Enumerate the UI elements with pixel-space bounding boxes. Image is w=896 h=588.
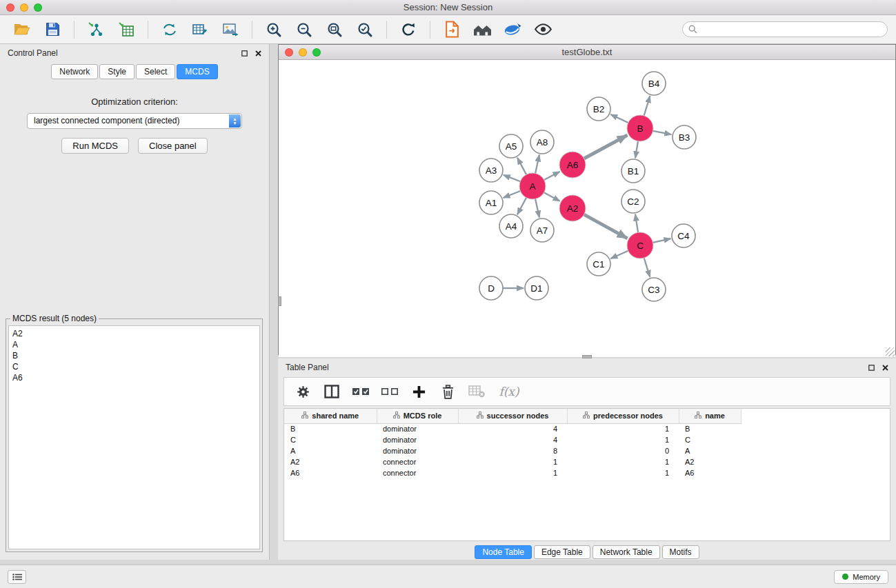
edge-A-A4[interactable]	[517, 198, 526, 214]
zoom-window-button[interactable]	[34, 3, 42, 12]
node-C[interactable]: C	[627, 232, 653, 258]
minimize-network-button[interactable]	[299, 48, 307, 57]
export-image-button[interactable]	[217, 18, 244, 41]
table-cell[interactable]: A6	[679, 467, 741, 478]
table-cell[interactable]: 1	[458, 456, 567, 467]
edge-A-A1[interactable]	[504, 191, 521, 198]
table-cell[interactable]: dominator	[377, 423, 458, 434]
edge-C-C2[interactable]	[635, 214, 638, 232]
minimize-window-button[interactable]	[20, 3, 28, 12]
zoom-in-button[interactable]	[260, 18, 288, 41]
edge-A2-C[interactable]	[584, 214, 628, 239]
table-cell[interactable]: B	[284, 423, 377, 434]
save-session-button[interactable]	[39, 18, 66, 41]
float-panel-icon[interactable]	[868, 365, 875, 371]
zoom-network-button[interactable]	[312, 48, 321, 57]
edge-C-C3[interactable]	[644, 258, 650, 277]
node-A6[interactable]: A6	[559, 152, 586, 178]
table-row[interactable]: Cdominator41C	[284, 434, 741, 445]
table-cell[interactable]: A	[284, 445, 377, 456]
edge-A-A6[interactable]	[544, 172, 560, 180]
import-network-button[interactable]	[82, 18, 110, 41]
node-C3[interactable]: C3	[642, 278, 666, 301]
show-columns-button[interactable]	[320, 381, 344, 403]
refresh-view-button[interactable]	[395, 18, 422, 41]
node-D1[interactable]: D1	[525, 276, 548, 300]
node-A8[interactable]: A8	[530, 130, 554, 154]
tab-network-table[interactable]: Network Table	[593, 545, 660, 559]
table-cell[interactable]: 4	[458, 434, 567, 445]
close-panel-icon[interactable]	[255, 50, 261, 57]
table-cell[interactable]: C	[284, 434, 377, 445]
task-history-button[interactable]	[8, 570, 26, 584]
node-A[interactable]: A	[519, 173, 546, 199]
table-cell[interactable]: 0	[567, 445, 679, 456]
edge-A-A7[interactable]	[535, 199, 539, 218]
zoom-fit-button[interactable]	[321, 18, 348, 41]
open-document-button[interactable]	[438, 18, 466, 41]
add-column-button[interactable]	[407, 381, 430, 403]
optimization-select[interactable]: largest connected component (directed) ▲…	[27, 113, 242, 129]
open-file-button[interactable]	[8, 18, 36, 41]
edge-A6-B[interactable]	[584, 135, 628, 159]
node-D[interactable]: D	[479, 276, 503, 300]
list-item[interactable]: C	[12, 361, 256, 372]
table-cell[interactable]: 1	[567, 423, 679, 434]
table-cell[interactable]: 1	[567, 434, 679, 445]
delete-column-button[interactable]	[436, 381, 459, 403]
table-settings-button[interactable]	[291, 381, 315, 403]
table-cell[interactable]: A2	[679, 456, 741, 467]
column-header-name[interactable]: name	[679, 409, 741, 423]
table-row[interactable]: Adominator80A	[284, 445, 741, 456]
table-cell[interactable]: 8	[458, 445, 567, 456]
close-window-button[interactable]	[6, 3, 14, 12]
table-cell[interactable]: 1	[458, 467, 567, 478]
edge-B-B3[interactable]	[653, 131, 672, 134]
zoom-out-button[interactable]	[290, 18, 318, 41]
float-panel-icon[interactable]	[241, 50, 248, 57]
list-item[interactable]: A6	[12, 372, 256, 383]
node-B1[interactable]: B1	[621, 159, 645, 183]
list-item[interactable]: A	[12, 339, 256, 350]
tab-mcds[interactable]: MCDS	[177, 64, 217, 79]
table-cell[interactable]: 4	[458, 423, 567, 434]
close-panel-icon[interactable]	[882, 365, 888, 371]
tab-node-table[interactable]: Node Table	[475, 545, 532, 559]
table-row[interactable]: A6connector11A6	[284, 467, 741, 478]
node-A1[interactable]: A1	[479, 191, 503, 214]
node-A4[interactable]: A4	[499, 214, 523, 238]
import-table-button[interactable]	[112, 18, 140, 41]
edge-B-B2[interactable]	[610, 114, 628, 123]
table-row[interactable]: Bdominator41B	[284, 423, 741, 434]
analyzer-button[interactable]	[499, 18, 526, 41]
node-A2[interactable]: A2	[559, 195, 586, 221]
show-hide-details-button[interactable]	[529, 18, 557, 41]
node-A3[interactable]: A3	[479, 159, 503, 182]
list-item[interactable]: B	[12, 350, 256, 361]
node-B[interactable]: B	[627, 115, 653, 141]
table-cell[interactable]: 1	[567, 467, 679, 478]
node-C1[interactable]: C1	[587, 252, 610, 276]
zoom-selected-button[interactable]	[351, 18, 379, 41]
table-cell[interactable]: A	[679, 445, 741, 456]
function-builder-button[interactable]: f(x)	[494, 381, 524, 403]
list-item[interactable]: A2	[12, 328, 256, 339]
node-C2[interactable]: C2	[621, 190, 645, 213]
edge-A-A3[interactable]	[504, 175, 521, 181]
table-cell[interactable]: connector	[377, 456, 458, 467]
select-all-button[interactable]	[349, 381, 372, 403]
table-cell[interactable]: dominator	[377, 434, 458, 445]
run-mcds-button[interactable]: Run MCDS	[61, 138, 129, 154]
edge-A-A2[interactable]	[544, 192, 560, 201]
tab-edge-table[interactable]: Edge Table	[534, 545, 590, 559]
node-A5[interactable]: A5	[499, 134, 523, 158]
edge-B-B4[interactable]	[644, 96, 650, 116]
node-C4[interactable]: C4	[672, 224, 695, 247]
edge-C-C1[interactable]	[610, 251, 628, 258]
pane-resize-handle[interactable]	[278, 296, 281, 306]
node-B3[interactable]: B3	[673, 125, 696, 149]
edge-A-A5[interactable]	[517, 158, 526, 174]
export-network-button[interactable]	[156, 18, 183, 41]
node-B2[interactable]: B2	[587, 97, 610, 121]
network-canvas[interactable]: B4B2BB3A8A5A6B1A3AA1C2A2A4A7C4CC1C3DD1	[279, 60, 895, 357]
